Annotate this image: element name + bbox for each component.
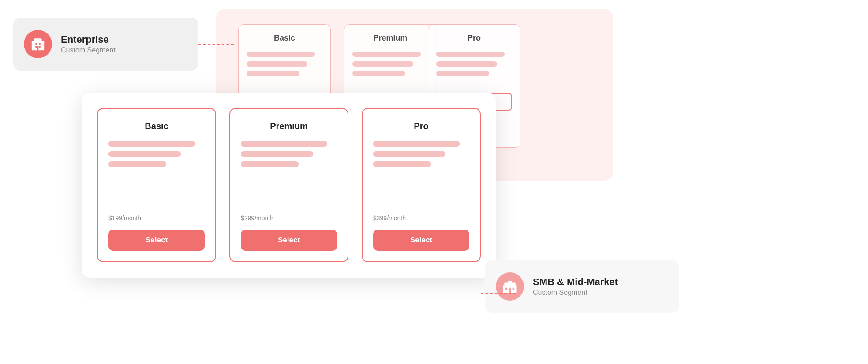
enterprise-segment-card: Enterprise Custom Segment xyxy=(13,18,198,71)
svg-rect-5 xyxy=(39,46,41,48)
premium-plan-card: Premium $299/month Select xyxy=(229,108,348,262)
enterprise-text: Enterprise Custom Segment xyxy=(61,34,116,54)
svg-rect-9 xyxy=(512,283,516,287)
pro-plan-name: Pro xyxy=(373,121,469,131)
bg-bar-9 xyxy=(436,71,489,76)
svg-rect-4 xyxy=(35,46,37,48)
pro-feature-bar-1 xyxy=(373,141,460,147)
svg-rect-10 xyxy=(508,281,512,286)
basic-plan-name: Basic xyxy=(108,121,205,131)
bg-bar-1 xyxy=(247,52,315,57)
bg-bar-6 xyxy=(352,71,405,76)
bg-pro-title: Pro xyxy=(436,33,512,43)
premium-plan-name: Premium xyxy=(241,121,337,131)
svg-rect-1 xyxy=(34,38,42,42)
smb-segment-card: SMB & Mid-Market Custom Segment xyxy=(485,260,679,313)
pro-select-button[interactable]: Select xyxy=(373,230,469,251)
main-pricing-panel: Basic $199/month Select Premium $299/mon… xyxy=(82,93,496,278)
bg-bar-2 xyxy=(247,61,307,67)
smb-text: SMB & Mid-Market Custom Segment xyxy=(533,276,618,297)
basic-plan-card: Basic $199/month Select xyxy=(97,108,216,262)
bg-bar-4 xyxy=(352,52,421,57)
pro-feature-bar-2 xyxy=(373,151,445,157)
enterprise-connector xyxy=(198,44,234,45)
svg-rect-11 xyxy=(505,288,507,290)
enterprise-icon xyxy=(24,30,52,58)
premium-price-section: $299/month Select xyxy=(241,202,337,251)
premium-feature-bar-2 xyxy=(241,151,313,157)
pro-price: $399/month xyxy=(373,209,469,223)
basic-feature-bar-2 xyxy=(108,151,181,157)
enterprise-subtitle: Custom Segment xyxy=(61,46,116,54)
smb-connector xyxy=(481,293,516,294)
basic-select-button[interactable]: Select xyxy=(108,230,205,251)
bg-bar-7 xyxy=(436,52,505,57)
svg-rect-3 xyxy=(39,43,41,45)
bg-bar-8 xyxy=(436,61,497,67)
premium-feature-bar-1 xyxy=(241,141,327,147)
smb-title: SMB & Mid-Market xyxy=(533,276,618,288)
basic-price: $199/month xyxy=(108,209,205,223)
premium-select-button[interactable]: Select xyxy=(241,230,337,251)
svg-rect-6 xyxy=(37,46,39,50)
bg-basic-title: Basic xyxy=(247,33,322,43)
premium-price: $299/month xyxy=(241,209,337,223)
basic-price-section: $199/month Select xyxy=(108,202,205,251)
basic-feature-bar-1 xyxy=(108,141,195,147)
bg-bar-5 xyxy=(352,61,413,67)
pro-plan-card: Pro $399/month Select xyxy=(362,108,481,262)
pro-feature-bar-3 xyxy=(373,161,431,167)
enterprise-title: Enterprise xyxy=(61,34,116,45)
smb-icon xyxy=(496,272,524,301)
svg-rect-8 xyxy=(504,283,508,287)
svg-rect-13 xyxy=(509,288,511,293)
basic-feature-bar-3 xyxy=(108,161,166,167)
svg-rect-2 xyxy=(35,43,37,45)
smb-subtitle: Custom Segment xyxy=(533,289,618,297)
premium-feature-bar-3 xyxy=(241,161,299,167)
pro-price-section: $399/month Select xyxy=(373,202,469,251)
bg-premium-title: Premium xyxy=(352,33,428,43)
svg-rect-12 xyxy=(513,288,514,290)
bg-bar-3 xyxy=(247,71,299,76)
